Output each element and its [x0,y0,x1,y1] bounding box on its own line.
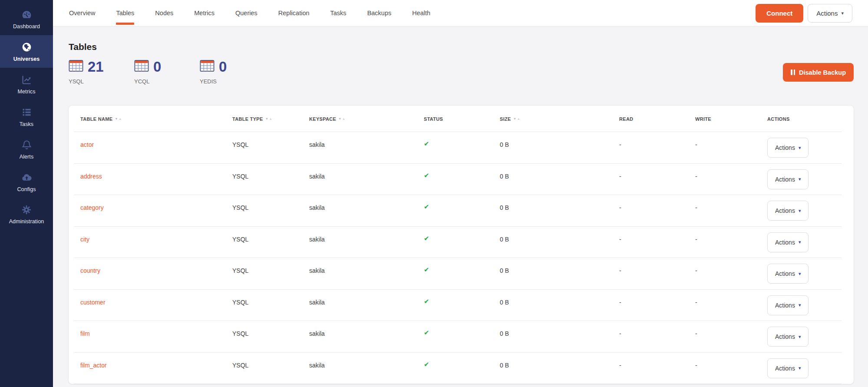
topbar-actions: Connect Actions ▾ [756,0,852,26]
universe-actions-label: Actions [816,10,838,17]
table-name-link[interactable]: film [80,330,90,337]
table-type-cell: YSQL [232,195,309,227]
sidebar-item-tasks[interactable]: Tasks [0,100,53,133]
write-cell: - [695,353,767,384]
page-title: Tables [69,41,854,53]
tab-overview[interactable]: Overview [69,0,95,26]
connect-button[interactable]: Connect [756,4,803,23]
table-name-link[interactable]: actor [80,141,94,148]
column-header-size[interactable]: SIZE ▼▲ [500,116,619,122]
row-actions-button[interactable]: Actions ▾ [767,169,809,189]
tab-backups[interactable]: Backups [367,0,392,26]
keyspace-cell: sakila [309,227,424,258]
chevron-down-icon: ▾ [799,366,801,370]
read-cell: - [619,227,695,258]
table-type-cell: YSQL [232,258,309,290]
table-grid-icon [69,60,83,73]
sidebar-item-administration[interactable]: Administration [0,198,53,231]
sidebar-item-universes[interactable]: Universes [0,35,53,68]
read-cell: - [619,132,695,164]
status-ok-icon: ✔ [424,203,429,210]
chevron-down-icon: ▾ [799,146,801,150]
stat-yedis: 0 YEDIS [200,59,265,85]
table-name-link[interactable]: customer [80,299,106,306]
size-cell: 0 B [500,258,619,290]
stat-ysql: 21 YSQL [69,59,134,85]
column-header-table-name[interactable]: TABLE NAME ▼▲ [80,116,232,122]
sidebar-item-configs[interactable]: Configs [0,165,53,198]
sidebar-item-metrics[interactable]: Metrics [0,68,53,100]
row-actions-button[interactable]: Actions ▾ [767,232,809,252]
table-row: address YSQL sakila ✔ 0 B - - Actions ▾ [69,164,854,195]
table-grid-icon [200,60,215,73]
sort-icon: ▼▲ [338,117,345,121]
row-actions-button[interactable]: Actions ▾ [767,358,809,378]
universe-tabs: Overview Tables Nodes Metrics Queries Re… [69,0,430,26]
table-name-link[interactable]: address [80,173,102,180]
write-cell: - [695,164,767,195]
read-cell: - [619,321,695,353]
row-actions-button[interactable]: Actions ▾ [767,295,809,315]
gear-icon [21,204,32,215]
table-type-cell: YSQL [232,290,309,321]
status-ok-icon: ✔ [424,329,429,336]
ycql-label: YCQL [134,78,200,85]
read-cell: - [619,258,695,290]
keyspace-cell: sakila [309,290,424,321]
keyspace-cell: sakila [309,164,424,195]
tab-tasks[interactable]: Tasks [330,0,347,26]
stat-ycql: 0 YCQL [134,59,200,85]
table-name-link[interactable]: film_actor [80,362,107,369]
table-row: actor YSQL sakila ✔ 0 B - - Actions ▾ [69,132,854,164]
sort-icon: ▼▲ [265,117,272,121]
row-actions-button[interactable]: Actions ▾ [767,138,809,158]
status-ok-icon: ✔ [424,266,429,273]
row-actions-button[interactable]: Actions ▾ [767,201,809,221]
table-row: category YSQL sakila ✔ 0 B - - Actions ▾ [69,195,854,227]
sidebar-item-label: Tasks [20,121,33,127]
universe-actions-button[interactable]: Actions ▾ [808,4,852,23]
tab-nodes[interactable]: Nodes [155,0,173,26]
tab-metrics[interactable]: Metrics [194,0,215,26]
table-type-cell: YSQL [232,227,309,258]
tab-health[interactable]: Health [412,0,430,26]
status-ok-icon: ✔ [424,172,429,179]
size-cell: 0 B [500,321,619,353]
table-row: film YSQL sakila ✔ 0 B - - Actions ▾ [69,321,854,353]
column-header-table-type[interactable]: TABLE TYPE ▼▲ [232,116,309,122]
tab-replication[interactable]: Replication [278,0,310,26]
column-header-keyspace[interactable]: KEYSPACE ▼▲ [309,116,424,122]
sidebar-item-label: Metrics [18,89,36,95]
disable-backup-button[interactable]: Disable Backup [783,63,854,82]
size-cell: 0 B [500,227,619,258]
sidebar-item-alerts[interactable]: Alerts [0,133,53,165]
pause-icon [791,69,795,75]
sidebar-item-label: Alerts [20,154,34,160]
bell-icon [21,139,33,151]
column-header-write: WRITE [695,116,767,122]
column-header-status: STATUS [424,116,500,122]
table-name-link[interactable]: city [80,236,89,243]
yedis-label: YEDIS [200,78,265,85]
status-ok-icon: ✔ [424,298,429,305]
row-actions-button[interactable]: Actions ▾ [767,327,809,347]
sort-icon: ▼▲ [115,117,122,121]
chevron-down-icon: ▾ [799,240,801,245]
tables-page: Tables 21 YSQL [53,26,868,387]
write-cell: - [695,132,767,164]
table-name-link[interactable]: category [80,204,104,211]
write-cell: - [695,227,767,258]
tab-tables[interactable]: Tables [116,0,134,26]
size-cell: 0 B [500,353,619,384]
row-actions-button[interactable]: Actions ▾ [767,264,809,284]
table-row: film_actor YSQL sakila ✔ 0 B - - Actions… [69,353,854,384]
table-row: country YSQL sakila ✔ 0 B - - Actions ▾ [69,258,854,290]
sidebar-item-dashboard[interactable]: Dashboard [0,3,53,35]
sidebar-item-label: Dashboard [13,23,40,30]
disable-backup-label: Disable Backup [799,69,846,76]
sidebar: Dashboard Universes Metrics [0,0,53,387]
yedis-count: 0 [219,60,227,74]
chevron-down-icon: ▾ [799,208,801,213]
tab-queries[interactable]: Queries [235,0,257,26]
table-name-link[interactable]: country [80,267,100,274]
